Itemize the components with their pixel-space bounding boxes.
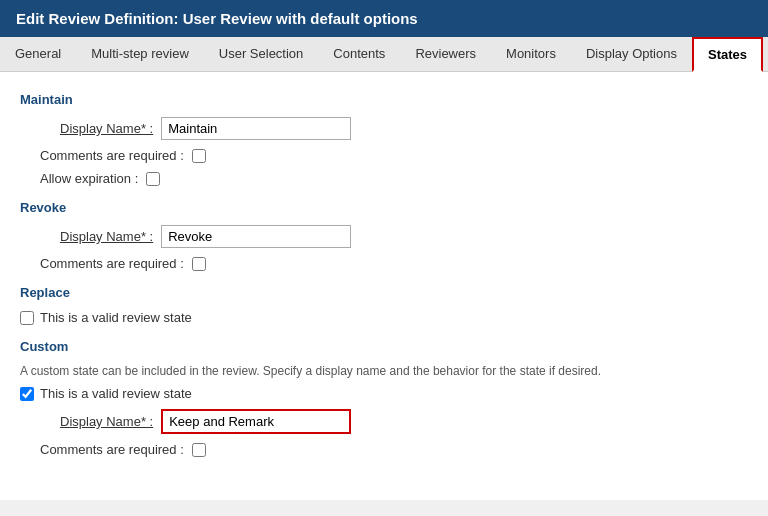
custom-display-name-row: Display Name* :: [20, 409, 748, 434]
tab-reviewers[interactable]: Reviewers: [400, 37, 491, 71]
tab-general[interactable]: General: [0, 37, 76, 71]
maintain-display-name-input[interactable]: [161, 117, 351, 140]
maintain-expiration-label: Allow expiration :: [40, 171, 138, 186]
replace-title: Replace: [20, 285, 748, 300]
revoke-comments-label: Comments are required :: [40, 256, 184, 271]
revoke-section: Revoke Display Name* : Comments are requ…: [20, 200, 748, 271]
replace-valid-state-checkbox[interactable]: [20, 311, 34, 325]
custom-valid-state-row: This is a valid review state: [20, 386, 748, 401]
custom-description: A custom state can be included in the re…: [20, 364, 748, 378]
tab-states[interactable]: States: [692, 37, 763, 72]
maintain-display-name-row: Display Name* :: [20, 117, 748, 140]
maintain-comments-checkbox[interactable]: [192, 149, 206, 163]
maintain-title: Maintain: [20, 92, 748, 107]
custom-comments-label: Comments are required :: [40, 442, 184, 457]
maintain-expiration-row: Allow expiration :: [20, 171, 748, 186]
tab-bar: General Multi-step review User Selection…: [0, 37, 768, 72]
revoke-comments-checkbox[interactable]: [192, 257, 206, 271]
tab-monitors[interactable]: Monitors: [491, 37, 571, 71]
custom-valid-state-checkbox[interactable]: [20, 387, 34, 401]
maintain-section: Maintain Display Name* : Comments are re…: [20, 92, 748, 186]
replace-valid-state-row: This is a valid review state: [20, 310, 748, 325]
custom-display-name-label: Display Name* :: [60, 414, 153, 429]
content-area: Maintain Display Name* : Comments are re…: [0, 72, 768, 500]
maintain-display-name-label: Display Name* :: [60, 121, 153, 136]
custom-valid-state-label: This is a valid review state: [40, 386, 192, 401]
custom-title: Custom: [20, 339, 748, 354]
revoke-display-name-input[interactable]: [161, 225, 351, 248]
replace-section: Replace This is a valid review state: [20, 285, 748, 325]
custom-comments-row: Comments are required :: [20, 442, 748, 457]
tab-multi-step[interactable]: Multi-step review: [76, 37, 204, 71]
custom-comments-checkbox[interactable]: [192, 443, 206, 457]
replace-valid-state-label: This is a valid review state: [40, 310, 192, 325]
tab-display-options[interactable]: Display Options: [571, 37, 692, 71]
revoke-comments-row: Comments are required :: [20, 256, 748, 271]
tab-user-selection[interactable]: User Selection: [204, 37, 319, 71]
maintain-expiration-checkbox[interactable]: [146, 172, 160, 186]
revoke-display-name-row: Display Name* :: [20, 225, 748, 248]
maintain-comments-label: Comments are required :: [40, 148, 184, 163]
revoke-title: Revoke: [20, 200, 748, 215]
maintain-comments-row: Comments are required :: [20, 148, 748, 163]
custom-section: Custom A custom state can be included in…: [20, 339, 748, 457]
revoke-display-name-label: Display Name* :: [60, 229, 153, 244]
tab-contents[interactable]: Contents: [318, 37, 400, 71]
dialog-header: Edit Review Definition: User Review with…: [0, 0, 768, 37]
custom-display-name-input[interactable]: [161, 409, 351, 434]
